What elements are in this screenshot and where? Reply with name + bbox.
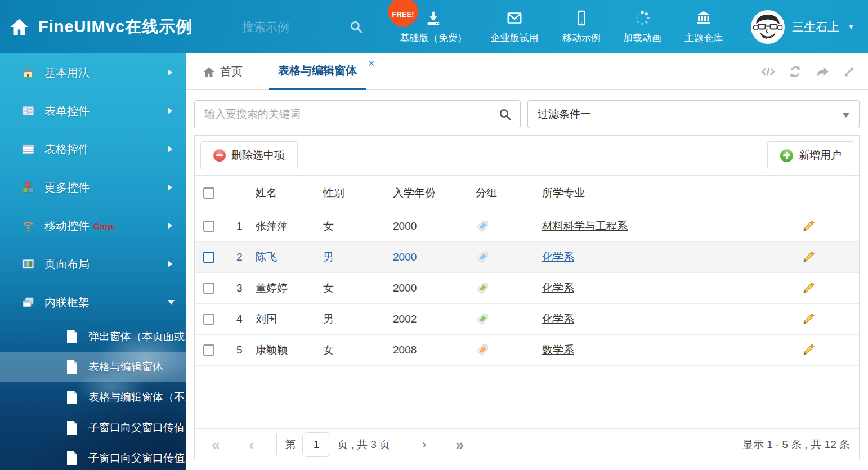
corp-badge: Corp. xyxy=(93,221,115,231)
add-user-button[interactable]: 新增用户 xyxy=(767,141,854,169)
page-count-label: 页 , 共 3 页 xyxy=(337,437,390,452)
app-title: FineUIMvc在线示例 xyxy=(38,16,193,38)
delete-selected-button[interactable]: 删除选中项 xyxy=(200,141,298,169)
home-icon xyxy=(203,66,215,78)
major-link[interactable]: 化学系 xyxy=(542,282,574,294)
expand-icon[interactable] xyxy=(842,64,857,79)
filter-row: 过滤条件一 xyxy=(194,100,860,128)
cell-name: 陈飞 xyxy=(249,250,316,265)
user-menu[interactable]: 三生石上 ▼ xyxy=(751,0,854,53)
layout-icon xyxy=(21,257,35,271)
table-row[interactable]: 4 刘国 男 2002 化学系 xyxy=(195,304,859,335)
keyword-search-input[interactable] xyxy=(195,101,520,128)
cell-year: 2000 xyxy=(386,220,471,232)
row-checkbox[interactable] xyxy=(203,344,214,356)
major-link[interactable]: 材料科学与工程系 xyxy=(542,220,628,232)
table-row[interactable]: 5 康颖颖 女 2008 数学系 xyxy=(195,335,859,366)
cell-name: 张萍萍 xyxy=(249,219,316,234)
column-gender: 性别 xyxy=(316,186,386,200)
row-checkbox[interactable] xyxy=(203,283,214,294)
header-search-input[interactable] xyxy=(242,20,326,34)
cell-year: 2002 xyxy=(386,313,471,325)
source-code-icon[interactable] xyxy=(760,64,776,79)
sidebar-item-mobile-controls[interactable]: 移动控件 Corp. xyxy=(0,207,186,245)
major-link[interactable]: 化学系 xyxy=(542,251,574,263)
frames-icon xyxy=(21,296,35,309)
header-nav: 基础版（免费） 企业版试用 移动示例 加载动画 xyxy=(388,0,735,53)
header-search xyxy=(242,0,364,53)
divider xyxy=(406,434,406,455)
sidebar-subitem-child-to-parent[interactable]: 子窗口向父窗口传值 xyxy=(0,413,186,443)
row-checkbox[interactable] xyxy=(203,221,214,232)
header-nav-enterprise-trial[interactable]: 企业版试用 xyxy=(478,9,551,44)
cell-gender: 男 xyxy=(316,250,386,265)
edit-pencil-icon[interactable] xyxy=(801,250,816,265)
close-icon[interactable]: ✕ xyxy=(368,59,375,69)
app-root: FineUIMvc在线示例 FREE! 基础版（免费） xyxy=(0,0,868,470)
table-row[interactable]: 1 张萍萍 女 2000 材料科学与工程系 xyxy=(195,211,859,242)
record-summary: 显示 1 - 5 条 , 共 12 条 xyxy=(742,437,850,452)
chevron-right-icon xyxy=(168,222,172,229)
sidebar-item-page-layout[interactable]: 页面布局 xyxy=(0,245,186,283)
file-icon xyxy=(66,360,78,374)
sidebar-subitem-grid-edit-window-2[interactable]: 表格与编辑窗体（不... xyxy=(0,382,186,413)
keyword-search xyxy=(194,100,521,128)
row-number: 3 xyxy=(230,282,249,294)
row-checkbox[interactable] xyxy=(203,314,214,325)
major-link[interactable]: 数学系 xyxy=(542,344,574,356)
header-nav-loading-animation[interactable]: 加载动画 xyxy=(612,9,672,44)
cell-gender: 女 xyxy=(316,219,386,234)
cell-gender: 男 xyxy=(316,312,386,326)
row-checkbox[interactable] xyxy=(203,252,214,263)
sidebar-item-iframe[interactable]: 内联框架 xyxy=(0,283,186,321)
share-icon[interactable] xyxy=(815,64,830,79)
home-icon xyxy=(21,66,35,79)
cell-year: 2000 xyxy=(386,282,471,294)
sidebar-subitem-grid-edit-window[interactable]: 表格与编辑窗体 xyxy=(0,352,186,382)
edit-pencil-icon[interactable] xyxy=(801,219,816,234)
cell-name: 康颖颖 xyxy=(249,343,316,357)
file-icon xyxy=(66,421,78,435)
search-icon[interactable] xyxy=(349,20,364,34)
cell-year: 2000 xyxy=(386,251,471,263)
mobile-icon xyxy=(572,9,590,27)
prev-page-button[interactable]: ‹ xyxy=(249,437,254,452)
tab-home[interactable]: 首页 xyxy=(203,53,243,90)
edit-pencil-icon[interactable] xyxy=(801,281,816,296)
table-row[interactable]: 3 董婷婷 女 2000 化学系 xyxy=(195,273,859,304)
header-nav-theme-store[interactable]: 主题仓库 xyxy=(672,9,735,44)
sidebar-item-basic-usage[interactable]: 基本用法 xyxy=(0,53,186,92)
sidebar-item-grid-controls[interactable]: 表格控件 xyxy=(0,130,186,168)
sidebar-item-form-controls[interactable]: 表单控件 xyxy=(0,92,186,130)
major-link[interactable]: 化学系 xyxy=(542,313,574,325)
grid-panel: 删除选中项 新增用户 姓名 性别 入学年份 分组 所学专业 xyxy=(194,135,860,460)
app-header: FineUIMvc在线示例 FREE! 基础版（免费） xyxy=(0,0,868,53)
last-page-button[interactable]: » xyxy=(455,437,463,452)
chevron-right-icon xyxy=(168,146,172,153)
first-page-button[interactable]: « xyxy=(212,437,220,452)
edit-pencil-icon[interactable] xyxy=(801,312,816,326)
table-row[interactable]: 2 陈飞 男 2000 化学系 xyxy=(195,242,859,273)
app-logo[interactable]: FineUIMvc在线示例 xyxy=(9,0,193,53)
file-icon xyxy=(66,330,78,343)
row-number: 4 xyxy=(230,313,249,325)
file-icon xyxy=(66,391,78,404)
free-badge: FREE! xyxy=(386,0,420,29)
header-nav-mobile-demo[interactable]: 移动示例 xyxy=(551,9,612,44)
search-icon[interactable] xyxy=(498,108,512,122)
sidebar-item-more-controls[interactable]: 更多控件 xyxy=(0,168,186,207)
refresh-icon[interactable] xyxy=(788,64,803,79)
page-number-input[interactable] xyxy=(302,432,330,457)
sidebar-subitem-popup-window[interactable]: 弹出窗体（本页面或... xyxy=(0,321,186,352)
edit-pencil-icon[interactable] xyxy=(801,343,816,357)
divider xyxy=(276,434,277,455)
tab-grid-edit-window[interactable]: 表格与编辑窗体 ✕ xyxy=(269,53,366,90)
antenna-icon xyxy=(21,219,35,232)
filter-dropdown[interactable]: 过滤条件一 xyxy=(527,100,860,128)
chevron-down-icon xyxy=(168,300,175,305)
chevron-right-icon xyxy=(168,69,172,76)
select-all-checkbox[interactable] xyxy=(203,187,214,199)
cell-year: 2008 xyxy=(386,344,471,356)
sidebar-subitem-child-to-parent-2[interactable]: 子窗口向父窗口传值... xyxy=(0,443,186,470)
next-page-button[interactable]: › xyxy=(422,438,426,451)
